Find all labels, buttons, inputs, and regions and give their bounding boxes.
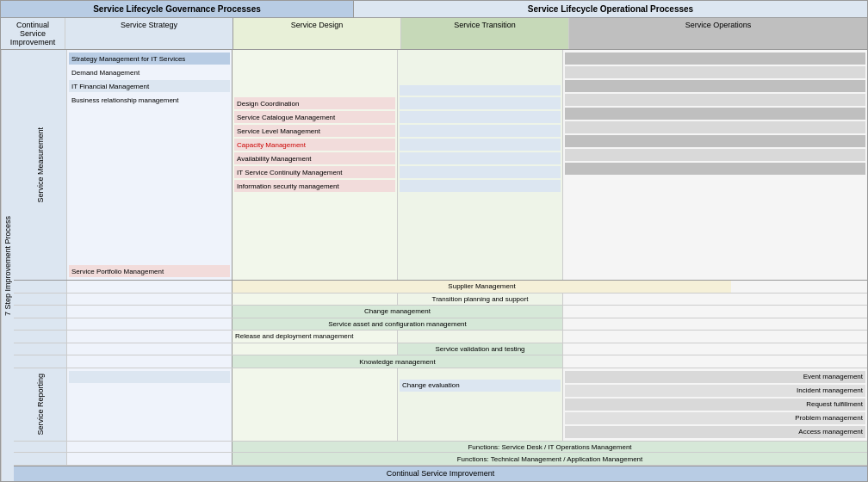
so-bar-6 xyxy=(565,121,865,133)
access-mgmt-bar: Access management xyxy=(565,426,865,438)
release-deploy-row: Release and deployment management xyxy=(14,331,867,343)
ss-item-2: Demand Management xyxy=(69,66,230,78)
supplier-management-label: Supplier Management xyxy=(232,281,731,293)
ss-item-4: Business relationship management xyxy=(69,94,230,106)
sd-item-4: Capacity Management xyxy=(234,139,395,151)
ss-lower xyxy=(67,368,232,441)
functions-row-1: Functions: Service Desk / IT Operations … xyxy=(14,441,867,454)
so-bar-5 xyxy=(565,108,865,120)
so-bar-8 xyxy=(565,149,865,161)
st-bar-6 xyxy=(400,152,561,164)
reporting-label: Service Reporting xyxy=(14,368,67,441)
request-fulfill-bar: Request fulfillment xyxy=(565,399,865,411)
sd-lower-bar1 xyxy=(234,371,395,383)
so-lower: Event management Incident management Req… xyxy=(563,368,867,441)
sd-item-1: Design Coordination xyxy=(234,97,395,109)
transition-planning-label: Transition planning and support xyxy=(398,294,563,306)
event-mgmt-bar: Event management xyxy=(565,371,865,383)
functions-tech-label: Functions: Technical Management / Applic… xyxy=(232,453,867,465)
st-bar-1 xyxy=(400,85,561,96)
st-bar-3 xyxy=(400,111,561,123)
main-container: Service Lifecycle Governance Processes S… xyxy=(0,0,868,482)
change-management-label: Change management xyxy=(232,306,563,318)
change-eval-bar: Change evaluation xyxy=(400,380,561,392)
st-bar-8 xyxy=(400,180,561,192)
ss-item-3: IT Financial Management xyxy=(69,80,230,92)
sub-header: Continual Service Improvement Service St… xyxy=(1,18,867,50)
sub-st: Service Transition xyxy=(401,18,569,49)
knowledge-mgmt-row: Knowledge management xyxy=(14,355,867,368)
ss-item-5: Service Portfolio Management xyxy=(69,265,230,277)
top-header: Service Lifecycle Governance Processes S… xyxy=(1,1,867,18)
sd-lower xyxy=(232,368,398,441)
st-bar-5 xyxy=(400,139,561,151)
sd-item-2: Service Catalogue Management xyxy=(234,111,395,123)
ss-lower-bar1 xyxy=(69,371,230,383)
change-mgmt-row: Change management xyxy=(14,306,867,318)
sub-sd: Service Design xyxy=(233,18,401,49)
governance-header: Service Lifecycle Governance Processes xyxy=(1,1,354,17)
problem-mgmt-bar: Problem management xyxy=(565,412,865,424)
release-deploy-label: Release and deployment management xyxy=(232,331,398,343)
csi-footer: Continual Service Improvement xyxy=(14,466,867,481)
so-upper xyxy=(563,50,867,280)
sd-upper: Design Coordination Service Catalogue Ma… xyxy=(232,50,398,280)
reporting-text: Service Reporting xyxy=(36,374,45,436)
so-bar-9 xyxy=(565,163,865,175)
lower-section: Service Reporting Change evaluation xyxy=(14,368,867,441)
service-validation-row: Service validation and testing xyxy=(14,343,867,356)
ss-item-1: Strategy Management for IT Services xyxy=(69,53,230,65)
sub-so: Service Operations xyxy=(569,18,867,49)
service-asset-label: Service asset and configuration manageme… xyxy=(232,318,563,331)
service-validation-label: Service validation and testing xyxy=(398,343,563,355)
functions-row-2: Functions: Technical Management / Applic… xyxy=(14,453,867,466)
so-bar-1 xyxy=(565,53,865,65)
operational-header: Service Lifecycle Operational Processes xyxy=(354,1,867,17)
st-bar-2 xyxy=(400,97,561,109)
so-bar-7 xyxy=(565,135,865,147)
so-bar-4 xyxy=(565,94,865,106)
so-bar-3 xyxy=(565,80,865,92)
functions-sd-it-label: Functions: Service Desk / IT Operations … xyxy=(232,442,867,453)
service-asset-row: Service asset and configuration manageme… xyxy=(14,318,867,331)
sub-csi: Continual Service Improvement xyxy=(1,18,65,49)
incident-mgmt-bar: Incident management xyxy=(565,385,865,397)
transition-planning-row: Transition planning and support xyxy=(14,294,867,306)
sd-item-3: Service Level Management xyxy=(234,125,395,137)
st-upper xyxy=(398,50,563,280)
seven-step-label: 7 Step Improvement Process xyxy=(1,50,14,481)
st-bar-7 xyxy=(400,166,561,178)
ss-lower-bar2 xyxy=(69,384,230,396)
measurement-text: Service Measurement xyxy=(36,127,45,203)
sd-item-7: Information security management xyxy=(234,180,395,192)
so-bar-2 xyxy=(565,66,865,78)
sub-ss: Service Strategy xyxy=(65,18,233,49)
st-lower: Change evaluation xyxy=(398,368,563,441)
sd-item-5: Availability Management xyxy=(234,152,395,164)
ss-upper: Strategy Management for IT Services Dema… xyxy=(67,50,232,280)
knowledge-mgmt-label: Knowledge management xyxy=(232,355,563,368)
supplier-row: Supplier Management xyxy=(14,281,867,294)
st-bar-4 xyxy=(400,125,561,137)
measurement-label: Service Measurement xyxy=(14,50,67,280)
sd-item-6: IT Service Continuity Management xyxy=(234,166,395,178)
